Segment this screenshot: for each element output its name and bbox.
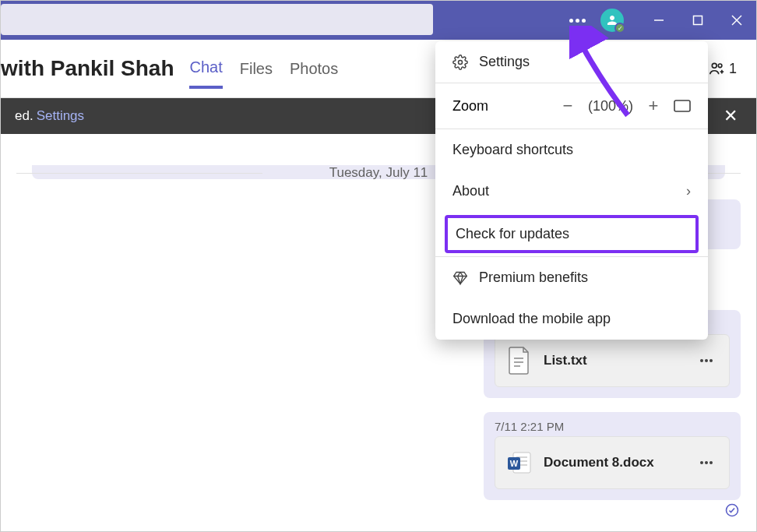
window-minimize-button[interactable] bbox=[639, 1, 678, 40]
notice-text: ed. bbox=[15, 108, 33, 124]
people-add-icon bbox=[708, 60, 725, 77]
tab-photos[interactable]: Photos bbox=[290, 51, 338, 87]
zoom-value: (100%) bbox=[588, 98, 633, 115]
chevron-right-icon: › bbox=[686, 183, 691, 199]
menu-settings[interactable]: Settings bbox=[435, 41, 708, 83]
svg-point-5 bbox=[718, 64, 722, 68]
gear-icon bbox=[452, 55, 468, 70]
zoom-in-button[interactable]: + bbox=[644, 96, 663, 116]
message-group: 7/11 2:21 PM W Document 8.docx bbox=[16, 412, 741, 517]
message-timestamp: 7/11 2:21 PM bbox=[495, 420, 730, 433]
fullscreen-icon[interactable] bbox=[674, 100, 691, 112]
file-attachment[interactable]: W Document 8.docx bbox=[495, 436, 730, 489]
overflow-menu: Settings Zoom − (100%) + Keyboard shortc… bbox=[435, 41, 708, 340]
menu-label: About bbox=[452, 183, 489, 199]
menu-label: Download the mobile app bbox=[452, 311, 611, 327]
menu-zoom: Zoom − (100%) + bbox=[435, 83, 708, 129]
notice-close-button[interactable]: ✕ bbox=[719, 106, 742, 126]
window-maximize-button[interactable] bbox=[678, 1, 717, 40]
file-name: Document 8.docx bbox=[544, 455, 684, 470]
window-close-button[interactable] bbox=[717, 1, 756, 40]
presence-available-icon: ✓ bbox=[614, 23, 625, 33]
menu-keyboard-shortcuts[interactable]: Keyboard shortcuts bbox=[435, 129, 708, 171]
menu-label: Check for updates bbox=[456, 226, 569, 242]
chat-title: with Pankil Shah bbox=[1, 56, 189, 81]
tabs: Chat Files Photos bbox=[189, 49, 338, 89]
tab-files[interactable]: Files bbox=[240, 51, 273, 87]
zoom-label: Zoom bbox=[452, 98, 488, 115]
menu-download-mobile[interactable]: Download the mobile app bbox=[435, 298, 708, 340]
diamond-icon bbox=[452, 270, 468, 286]
menu-about[interactable]: About › bbox=[435, 171, 708, 212]
zoom-out-button[interactable]: − bbox=[558, 96, 577, 116]
svg-point-18 bbox=[459, 60, 463, 64]
check-circle-icon bbox=[725, 503, 739, 517]
docx-file-icon: W bbox=[506, 446, 533, 479]
menu-label: Premium benefits bbox=[479, 270, 588, 286]
menu-label: Keyboard shortcuts bbox=[452, 142, 573, 158]
menu-label: Settings bbox=[479, 54, 530, 70]
participants-count: 1 bbox=[729, 61, 737, 77]
svg-text:W: W bbox=[510, 459, 519, 468]
more-options-button[interactable] bbox=[562, 19, 593, 23]
menu-check-for-updates[interactable]: Check for updates bbox=[445, 215, 699, 253]
tab-chat[interactable]: Chat bbox=[189, 49, 222, 89]
menu-premium-benefits[interactable]: Premium benefits bbox=[435, 257, 708, 298]
txt-file-icon bbox=[506, 344, 533, 377]
file-more-button[interactable] bbox=[695, 359, 718, 362]
file-attachment[interactable]: List.txt bbox=[495, 334, 730, 387]
avatar[interactable]: ✓ bbox=[600, 9, 624, 32]
participants-button[interactable]: 1 bbox=[708, 60, 737, 77]
search-input[interactable] bbox=[1, 4, 433, 35]
file-more-button[interactable] bbox=[695, 461, 718, 464]
sent-indicator bbox=[16, 503, 741, 517]
svg-rect-19 bbox=[674, 100, 690, 111]
message-bubble[interactable]: 7/11 2:21 PM W Document 8.docx bbox=[484, 412, 741, 500]
notice-settings-link[interactable]: Settings bbox=[37, 108, 84, 124]
svg-rect-1 bbox=[694, 16, 702, 25]
file-name: List.txt bbox=[544, 353, 684, 368]
svg-point-4 bbox=[712, 63, 717, 68]
title-bar: ✓ bbox=[1, 1, 756, 40]
